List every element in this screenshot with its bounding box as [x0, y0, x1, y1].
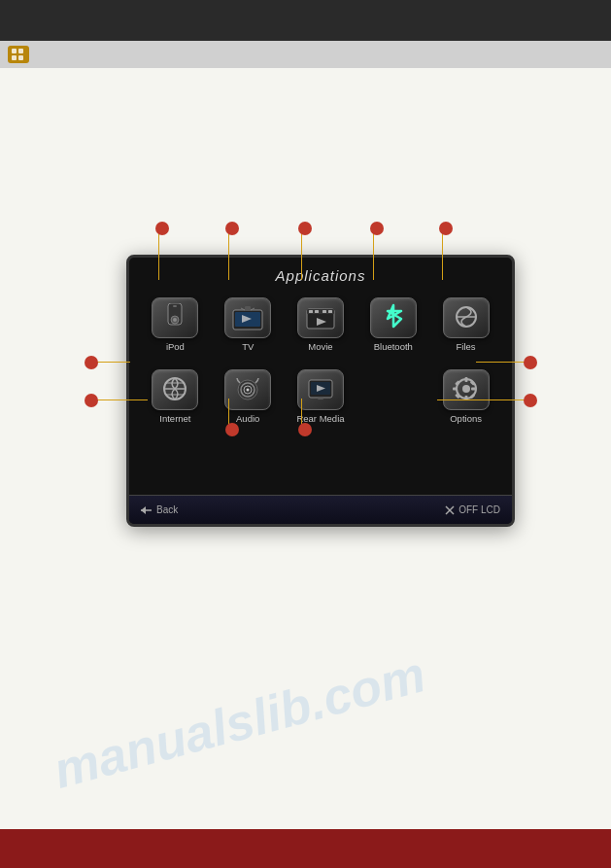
line-movie [301, 227, 302, 280]
files-icon [452, 303, 481, 332]
app-files[interactable]: Files [429, 294, 502, 356]
svg-rect-0 [12, 49, 17, 53]
files-label: Files [457, 341, 476, 352]
dot-tv [225, 222, 239, 235]
car-screen: Applications iPod [126, 255, 515, 527]
tv-icon [231, 304, 264, 331]
options-label: Options [450, 413, 482, 424]
svg-point-6 [173, 318, 177, 322]
tv-label: TV [242, 341, 254, 352]
line-back [94, 399, 148, 400]
icon-bar [0, 41, 611, 68]
bluetooth-icon-box [370, 297, 417, 338]
tv-icon-box [224, 297, 271, 338]
movie-icon [305, 304, 336, 331]
movie-icon-box [297, 297, 344, 338]
dot-offlcd [524, 394, 537, 407]
svg-rect-34 [318, 398, 323, 399]
back-label: Back [156, 504, 178, 515]
line-bluetooth [373, 227, 374, 280]
audio-label: Audio [236, 413, 259, 424]
top-bar [0, 0, 611, 41]
audio-icon-box [224, 369, 271, 410]
app-ipod[interactable]: iPod [139, 294, 212, 356]
app-movie[interactable]: Movie [285, 294, 357, 356]
svg-rect-16 [309, 310, 313, 313]
options-icon [450, 374, 483, 405]
main-content: manualslib.com Applications [0, 68, 611, 810]
back-arrow-icon [141, 505, 153, 515]
app-rearmedia[interactable]: Rear Media [285, 365, 357, 428]
movie-label: Movie [308, 341, 332, 352]
bottom-bar [0, 829, 611, 868]
app-options[interactable]: Options [429, 365, 502, 428]
back-button[interactable]: Back [141, 504, 178, 515]
internet-icon [159, 375, 190, 404]
svg-rect-37 [464, 377, 467, 382]
svg-rect-19 [328, 310, 332, 313]
audio-icon [232, 375, 263, 404]
line-ipod [158, 227, 159, 280]
app-grid-row1: iPod TV [129, 290, 512, 360]
svg-rect-17 [315, 310, 319, 313]
svg-rect-1 [18, 49, 23, 53]
bluetooth-label: Bluetooth [374, 341, 413, 352]
app-bluetooth[interactable]: Bluetooth [356, 294, 429, 356]
app-empty [356, 365, 429, 428]
ipod-icon-box [152, 297, 198, 338]
svg-rect-3 [18, 55, 23, 60]
dot-ipod [155, 222, 169, 235]
svg-point-36 [462, 385, 470, 393]
dot-files [439, 222, 453, 235]
dot-bottom1 [225, 423, 239, 436]
internet-label: Internet [159, 413, 190, 424]
app-audio[interactable]: Audio [212, 365, 285, 428]
app-grid-row2: Internet Audio [129, 362, 512, 432]
rearmedia-icon-box [297, 369, 344, 410]
internet-icon-box [152, 369, 198, 410]
off-lcd-label: OFF LCD [458, 504, 500, 515]
dot-internet [85, 356, 98, 369]
svg-rect-18 [322, 310, 326, 313]
svg-rect-40 [471, 388, 476, 391]
screen-bottom-bar: Back OFF LCD [129, 495, 512, 524]
line-files [442, 227, 443, 280]
svg-rect-7 [173, 305, 177, 307]
line-tv [228, 227, 229, 280]
rearmedia-icon [305, 376, 336, 403]
line-options [476, 362, 527, 363]
ipod-label: iPod [166, 341, 185, 352]
svg-point-30 [247, 389, 250, 392]
svg-rect-43 [455, 394, 460, 399]
files-icon-box [443, 297, 490, 338]
watermark: manualslib.com [48, 644, 431, 800]
screen-title: Applications [129, 258, 512, 290]
off-lcd-button[interactable]: OFF LCD [445, 504, 500, 515]
close-icon [445, 505, 455, 515]
dot-bluetooth [370, 222, 384, 235]
svg-rect-10 [245, 306, 251, 311]
dot-options [524, 356, 537, 369]
svg-rect-2 [12, 55, 17, 60]
bluetooth-icon [380, 301, 407, 334]
dot-movie [298, 222, 312, 235]
options-icon-box [443, 369, 490, 410]
ipod-icon [161, 303, 188, 332]
dot-bottom2 [298, 423, 312, 436]
dot-back [85, 394, 98, 407]
line-offlcd [437, 399, 527, 400]
app-tv[interactable]: TV [212, 294, 285, 356]
line-internet [94, 362, 130, 363]
svg-rect-39 [453, 388, 458, 391]
app-internet[interactable]: Internet [139, 365, 212, 428]
icon-bar-symbol [8, 46, 29, 63]
